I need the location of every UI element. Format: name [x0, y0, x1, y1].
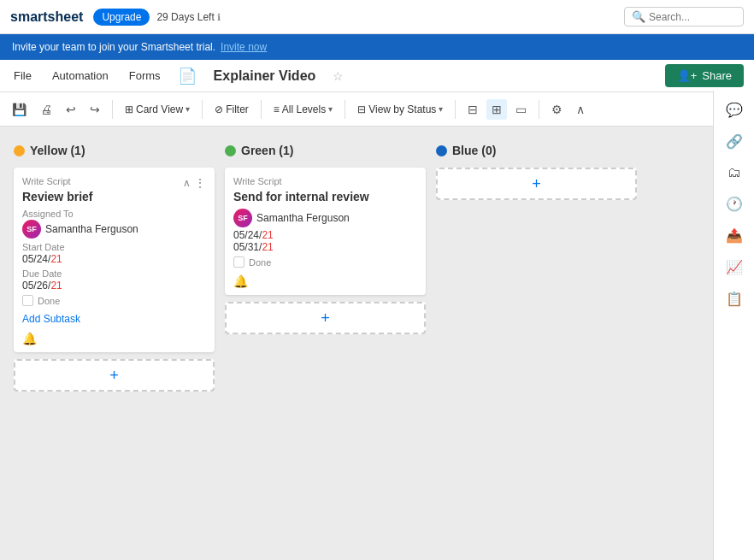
card-footer: 🔔 — [22, 332, 206, 345]
history-icon[interactable]: 🕐 — [722, 192, 747, 216]
collapse-button[interactable]: ∧ — [571, 99, 590, 120]
filter-icon: ⊘ — [215, 103, 223, 115]
settings-button[interactable]: ⚙ — [546, 99, 568, 120]
right-sidebar: 💬 🔗 🗂 🕐 📤 📈 📋 — [713, 91, 754, 560]
card-title: Review brief — [22, 190, 206, 203]
table-icon: ⊟ — [357, 103, 366, 115]
layers-icon[interactable]: 🗂 — [723, 161, 745, 185]
assignee-row-green: SF Samantha Ferguson — [233, 209, 417, 227]
card-review-brief: Write Script ∧ ⋮ Review brief Assigned T… — [14, 168, 215, 352]
share-button[interactable]: 👤+ Share — [665, 64, 744, 87]
card-view-dropdown[interactable]: ⊞ Card View ▾ — [120, 100, 195, 119]
card-view-button[interactable]: ⊞ — [486, 99, 507, 120]
toolbar-separator-6 — [539, 100, 539, 119]
upload-icon[interactable]: 📤 — [722, 223, 747, 248]
chevron-down-icon-2: ▾ — [328, 104, 333, 114]
toolbar-separator-5 — [455, 100, 456, 119]
yellow-dot — [14, 145, 25, 156]
card-collapse-icon[interactable]: ∧ — [183, 177, 191, 189]
done-label-green: Done — [249, 257, 271, 268]
bell-icon[interactable]: 🔔 — [22, 332, 37, 345]
card-title-green: Send for internal review — [233, 190, 417, 203]
column-green: Green (1) Write Script Send for internal… — [225, 140, 426, 548]
toolbar-separator — [112, 100, 113, 119]
avatar-green: SF — [233, 209, 252, 227]
menu-forms[interactable]: Forms — [126, 66, 164, 85]
top-navigation: smartsheet Upgrade 29 Days Left ℹ 🔍 — [0, 0, 754, 34]
assignee-name: Samantha Ferguson — [45, 223, 138, 235]
chevron-down-icon: ▾ — [186, 104, 190, 114]
search-input[interactable] — [649, 11, 743, 23]
view-by-status-dropdown[interactable]: ⊟ View by Status ▾ — [352, 100, 448, 119]
end-date-green: 05/31/21 — [233, 241, 417, 253]
due-date-value: 05/26/21 — [22, 280, 206, 292]
menu-bar: File Automation Forms 📄 Explainer Video … — [0, 60, 754, 92]
gantt-view-button[interactable]: ▭ — [510, 99, 532, 120]
done-checkbox-green[interactable] — [233, 256, 244, 268]
toolbar-separator-2 — [202, 100, 203, 119]
redo-button[interactable]: ↪ — [85, 99, 105, 120]
menu-file[interactable]: File — [10, 66, 35, 85]
board-wrap: Yellow (1) Write Script ∧ ⋮ Review brief… — [0, 127, 754, 560]
chevron-down-icon-3: ▾ — [439, 104, 443, 114]
share-icon: 👤+ — [677, 69, 698, 82]
done-row: Done — [22, 295, 206, 306]
green-dot — [225, 145, 236, 156]
bell-icon-green[interactable]: 🔔 — [233, 274, 248, 288]
toolbar: 💾 🖨 ↩ ↪ ⊞ Card View ▾ ⊘ Filter ≡ All Lev… — [0, 92, 754, 127]
column-header-yellow: Yellow (1) — [14, 140, 215, 161]
done-row-green: Done — [233, 256, 417, 268]
board-area: Yellow (1) Write Script ∧ ⋮ Review brief… — [0, 127, 754, 560]
filter-button[interactable]: ⊘ Filter — [209, 100, 254, 119]
card-header: Write Script ∧ ⋮ — [22, 176, 206, 190]
search-icon: 🔍 — [632, 10, 645, 23]
all-levels-dropdown[interactable]: ≡ All Levels ▾ — [268, 100, 338, 119]
card-menu-icon[interactable]: ⋮ — [194, 176, 206, 190]
start-date-label: Start Date — [22, 242, 206, 252]
card-tag: Write Script — [22, 176, 71, 186]
days-left: 29 Days Left ℹ — [156, 11, 221, 23]
add-subtask-button[interactable]: Add Subtask — [22, 313, 80, 325]
assignee-row: SF Samantha Ferguson — [22, 220, 206, 239]
search-box[interactable]: 🔍 — [624, 7, 744, 27]
start-date-value: 05/24/21 — [22, 253, 206, 265]
card-internal-review: Write Script Send for internal review SF… — [225, 168, 426, 295]
promo-bar: Invite your team to join your Smartsheet… — [0, 34, 754, 60]
comment-icon[interactable]: 💬 — [722, 97, 747, 122]
save-button[interactable]: 💾 — [7, 99, 32, 120]
link-icon[interactable]: 🔗 — [722, 129, 747, 154]
menu-automation[interactable]: Automation — [49, 66, 112, 85]
start-date-green: 05/24/21 — [233, 229, 417, 241]
avatar: SF — [22, 220, 41, 239]
add-card-green[interactable]: + — [225, 302, 426, 334]
due-date-label: Due Date — [22, 268, 206, 279]
assigned-to-label: Assigned To — [22, 209, 206, 219]
grid-view-button[interactable]: ⊟ — [462, 99, 483, 120]
column-blue: Blue (0) + — [436, 140, 637, 548]
levels-icon: ≡ — [274, 103, 280, 115]
star-icon[interactable]: ☆ — [333, 69, 344, 83]
logo: smartsheet — [10, 9, 83, 25]
toolbar-separator-4 — [345, 100, 345, 119]
done-checkbox[interactable] — [22, 295, 33, 306]
card-controls: ∧ ⋮ — [183, 176, 206, 190]
document-icon: 📄 — [178, 67, 197, 85]
print-button[interactable]: 🖨 — [35, 99, 57, 120]
add-card-yellow[interactable]: + — [14, 359, 215, 392]
assignee-name-green: Samantha Ferguson — [256, 212, 350, 224]
blue-dot — [436, 145, 447, 156]
done-label: Done — [38, 296, 60, 306]
invite-link[interactable]: Invite now — [221, 41, 267, 53]
add-card-blue[interactable]: + — [436, 168, 637, 200]
toolbar-separator-3 — [261, 100, 262, 119]
column-header-green: Green (1) — [225, 140, 426, 161]
column-header-blue: Blue (0) — [436, 140, 637, 161]
card-tag-green: Write Script — [233, 176, 417, 186]
activity-icon[interactable]: 📈 — [722, 255, 747, 280]
upgrade-button[interactable]: Upgrade — [93, 9, 150, 26]
sheet-title: Explainer Video — [214, 68, 316, 84]
card-view-icon: ⊞ — [125, 103, 133, 115]
report-icon[interactable]: 📋 — [722, 286, 747, 311]
undo-button[interactable]: ↩ — [61, 99, 81, 120]
column-title-blue: Blue (0) — [452, 144, 496, 157]
